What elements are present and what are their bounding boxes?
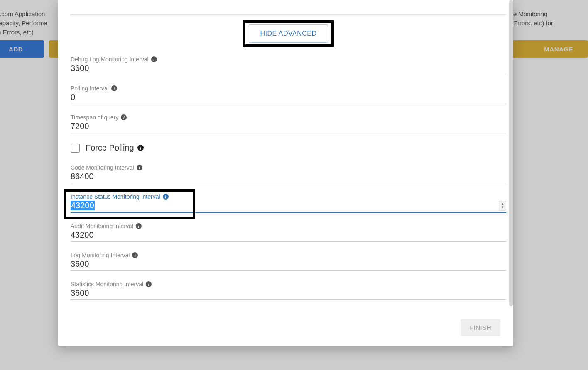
debug-log-interval-input[interactable]: 3600	[71, 63, 506, 75]
field-force-polling: Force Polling	[71, 143, 506, 153]
label-text: Debug Log Monitoring Interval	[71, 56, 149, 63]
field-label: Statistics Monitoring Interval	[71, 281, 506, 287]
info-icon[interactable]	[121, 114, 127, 120]
label-text: Timespan of query	[71, 114, 118, 121]
label-text: Log Monitoring Interval	[71, 252, 130, 258]
info-icon[interactable]	[137, 165, 142, 170]
field-audit-monitoring-interval: Audit Monitoring Interval 43200	[71, 223, 506, 242]
instance-status-interval-input[interactable]: 43200	[71, 200, 506, 213]
field-label: Timespan of query	[71, 114, 506, 121]
hide-advanced-label: HIDE ADVANCED	[260, 30, 316, 37]
polling-interval-input[interactable]: 0	[71, 92, 506, 104]
label-text: Audit Monitoring Interval	[71, 223, 133, 229]
field-timespan-query: Timespan of query 7200	[71, 114, 506, 133]
log-monitoring-interval-input[interactable]: 3600	[71, 258, 506, 271]
info-icon[interactable]	[163, 194, 169, 200]
timespan-query-input[interactable]: 7200	[71, 121, 506, 133]
number-spinner[interactable]: ▲ ▼	[499, 201, 506, 211]
info-icon[interactable]	[137, 145, 144, 151]
scrollbar-thumb[interactable]	[509, 0, 513, 306]
label-text: Code Monitoring Interval	[71, 164, 134, 171]
field-label: Instance Status Monitoring Interval	[71, 193, 506, 200]
field-log-monitoring-interval: Log Monitoring Interval 3600	[71, 252, 506, 271]
section-divider	[71, 14, 506, 15]
field-label: Code Monitoring Interval	[71, 164, 506, 171]
force-polling-label: Force Polling	[86, 143, 144, 153]
info-icon[interactable]	[111, 85, 117, 91]
spinner-down-icon[interactable]: ▼	[501, 206, 504, 209]
selected-value: 43200	[71, 201, 95, 210]
finish-button[interactable]: FINISH	[461, 319, 500, 336]
code-monitoring-interval-input[interactable]: 86400	[71, 171, 506, 183]
force-polling-checkbox[interactable]	[71, 144, 80, 153]
field-label: Audit Monitoring Interval	[71, 223, 506, 229]
label-text: Polling Interval	[71, 85, 109, 92]
statistics-monitoring-interval-input[interactable]: 3600	[71, 287, 506, 300]
field-label: Debug Log Monitoring Interval	[71, 56, 506, 63]
label-text: Statistics Monitoring Interval	[71, 281, 143, 287]
info-icon[interactable]	[151, 56, 157, 62]
field-label: Log Monitoring Interval	[71, 252, 506, 258]
audit-monitoring-interval-input[interactable]: 43200	[71, 229, 506, 242]
form-area: HIDE ADVANCED Debug Log Monitoring Inter…	[71, 0, 506, 310]
label-text: Force Polling	[86, 143, 134, 153]
info-icon[interactable]	[136, 223, 142, 229]
settings-modal: HIDE ADVANCED Debug Log Monitoring Inter…	[58, 0, 513, 346]
annotation-highlight-hide-advanced: HIDE ADVANCED	[243, 20, 333, 47]
field-polling-interval: Polling Interval 0	[71, 85, 506, 104]
field-instance-status-interval: Instance Status Monitoring Interval 4320…	[71, 193, 506, 213]
label-text: Instance Status Monitoring Interval	[71, 193, 160, 200]
modal-scrollbar[interactable]	[509, 0, 513, 346]
hide-advanced-container: HIDE ADVANCED	[71, 20, 506, 47]
hide-advanced-button[interactable]: HIDE ADVANCED	[249, 24, 328, 43]
field-code-monitoring-interval: Code Monitoring Interval 86400	[71, 164, 506, 183]
info-icon[interactable]	[146, 281, 152, 287]
info-icon[interactable]	[132, 252, 138, 258]
field-label: Polling Interval	[71, 85, 506, 92]
finish-button-label: FINISH	[470, 324, 491, 331]
field-debug-log-interval: Debug Log Monitoring Interval 3600	[71, 56, 506, 75]
field-statistics-monitoring-interval: Statistics Monitoring Interval 3600	[71, 281, 506, 300]
